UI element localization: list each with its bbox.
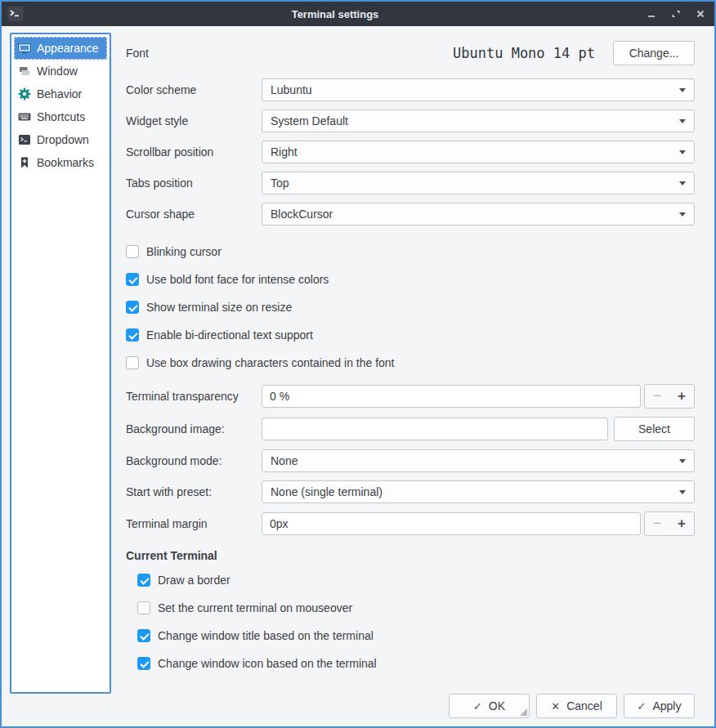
window-panes-icon: [18, 65, 31, 78]
cursor-shape-row: Cursor shape BlockCursor: [126, 203, 695, 226]
checkbox-icon: [137, 601, 150, 614]
sidebar-item-window[interactable]: Window: [14, 60, 107, 83]
background-image-row: Background image: Select: [126, 417, 695, 441]
checkbox-bidirectional-text[interactable]: Enable bi-directional text support: [126, 328, 695, 342]
checkbox-label: Use bold font face for intense colors: [146, 273, 329, 286]
sidebar-item-behavior[interactable]: Behavior: [14, 83, 107, 105]
widget-style-select[interactable]: System Default: [262, 109, 695, 132]
checkbox-label: Blinking cursor: [146, 245, 222, 258]
chevron-down-icon: [679, 119, 686, 123]
checkbox-checked-icon: [126, 301, 139, 314]
sidebar-item-dropdown[interactable]: Dropdown: [14, 128, 107, 151]
checkbox-blinking-cursor[interactable]: Blinking cursor: [126, 245, 695, 258]
start-preset-select[interactable]: None (single terminal): [262, 480, 695, 503]
checkbox-draw-border[interactable]: Draw a border: [137, 574, 695, 587]
sidebar-item-appearance[interactable]: Appearance: [14, 37, 107, 60]
settings-category-list: Appearance Window Behavior Shortcuts: [10, 33, 111, 694]
checkbox-label: Show terminal size on resize: [146, 301, 292, 314]
color-scheme-label: Color scheme: [126, 83, 262, 96]
checkbox-checked-icon: [126, 328, 139, 342]
terminal-transparency-input[interactable]: [262, 385, 641, 408]
sidebar-item-label: Behavior: [37, 87, 82, 100]
font-row: Font Ubuntu Mono 14 pt Change...: [126, 41, 695, 65]
plus-icon[interactable]: +: [678, 388, 686, 404]
default-button-indicator: [520, 708, 527, 716]
appearance-settings-panel: Font Ubuntu Mono 14 pt Change... Color s…: [111, 33, 695, 694]
color-scheme-select[interactable]: Lubuntu: [262, 78, 695, 101]
chevron-down-icon: [679, 459, 686, 463]
combo-value: None: [271, 454, 298, 467]
titlebar: Terminal settings: [2, 2, 714, 26]
checkbox-set-terminal-on-mouseover[interactable]: Set the current terminal on mouseover: [137, 601, 695, 614]
appearance-monitor-icon: [18, 42, 31, 55]
terminal-transparency-label: Terminal transparency: [126, 390, 262, 403]
tabs-position-select[interactable]: Top: [262, 172, 695, 194]
checkbox-label: Change window icon based on the terminal: [158, 657, 377, 670]
sidebar-item-bookmarks[interactable]: Bookmarks: [14, 151, 107, 174]
check-icon: ✓: [473, 700, 482, 712]
ok-button-label: OK: [489, 699, 505, 712]
sidebar-item-shortcuts[interactable]: Shortcuts: [14, 105, 107, 128]
sidebar-item-label: Dropdown: [37, 133, 89, 146]
combo-value: None (single terminal): [271, 485, 383, 498]
checkbox-label: Set the current terminal on mouseover: [158, 601, 352, 614]
close-icon[interactable]: [695, 8, 706, 20]
background-image-input[interactable]: [262, 418, 608, 440]
sidebar-item-label: Bookmarks: [37, 156, 94, 169]
terminal-icon: [18, 133, 31, 146]
terminal-margin-label: Terminal margin: [126, 517, 262, 530]
plus-icon[interactable]: +: [678, 516, 686, 532]
terminal-transparency-row: Terminal transparency − +: [126, 384, 695, 409]
background-mode-select[interactable]: None: [262, 449, 695, 472]
sidebar-item-label: Appearance: [37, 42, 99, 55]
combo-value: Top: [271, 176, 289, 190]
minus-icon[interactable]: −: [653, 388, 661, 404]
combo-value: System Default: [271, 114, 348, 127]
window-title: Terminal settings: [25, 8, 646, 20]
widget-style-label: Widget style: [126, 114, 262, 127]
cancel-button[interactable]: ✕ Cancel: [536, 694, 617, 718]
scrollbar-position-label: Scrollbar position: [126, 145, 262, 159]
font-label: Font: [126, 47, 262, 60]
checkbox-change-window-icon[interactable]: Change window icon based on the terminal: [137, 657, 695, 670]
background-mode-row: Background mode: None: [126, 449, 695, 472]
minimize-icon[interactable]: [646, 8, 657, 20]
checkbox-icon: [126, 356, 139, 369]
terminal-margin-row: Terminal margin − +: [126, 511, 695, 536]
cursor-shape-label: Cursor shape: [126, 208, 262, 221]
tabs-position-label: Tabs position: [126, 176, 262, 190]
checkbox-bold-font-intense-colors[interactable]: Use bold font face for intense colors: [126, 273, 695, 286]
combo-value: Right: [271, 145, 298, 159]
checkbox-icon: [126, 245, 139, 258]
terminal-settings-window: Terminal settings Appearance: [0, 0, 716, 728]
checkbox-label: Change window title based on the termina…: [158, 629, 374, 642]
combo-value: Lubuntu: [271, 83, 312, 96]
minus-icon[interactable]: −: [653, 516, 661, 532]
checkbox-checked-icon: [137, 574, 150, 587]
checkbox-show-terminal-size[interactable]: Show terminal size on resize: [126, 301, 695, 314]
terminal-transparency-stepper: − +: [644, 384, 695, 409]
main-area: Appearance Window Behavior Shortcuts: [2, 26, 714, 694]
change-font-button[interactable]: Change...: [613, 41, 695, 65]
chevron-down-icon: [679, 88, 686, 92]
apply-button[interactable]: ✓ Apply: [624, 694, 695, 718]
window-menu-terminal-icon[interactable]: [7, 5, 25, 23]
cursor-options-group: Blinking cursor Use bold font face for i…: [126, 245, 695, 384]
restore-icon[interactable]: [670, 8, 682, 20]
ok-button[interactable]: ✓ OK: [449, 694, 530, 718]
start-preset-label: Start with preset:: [126, 485, 262, 498]
current-terminal-header: Current Terminal: [126, 549, 695, 562]
checkbox-change-window-title[interactable]: Change window title based on the termina…: [137, 629, 695, 642]
terminal-margin-input[interactable]: [262, 512, 641, 535]
background-image-label: Background image:: [126, 422, 262, 435]
widget-style-row: Widget style System Default: [126, 109, 695, 132]
background-image-select-button[interactable]: Select: [614, 417, 695, 441]
apply-button-label: Apply: [652, 699, 681, 712]
checkbox-box-drawing-characters[interactable]: Use box drawing characters contained in …: [126, 356, 695, 369]
checkbox-label: Enable bi-directional text support: [146, 328, 313, 342]
current-terminal-group: Draw a border Set the current terminal o…: [126, 574, 695, 685]
checkbox-checked-icon: [137, 657, 150, 670]
scrollbar-position-select[interactable]: Right: [262, 141, 695, 163]
cursor-shape-select[interactable]: BlockCursor: [262, 203, 695, 226]
checkbox-checked-icon: [137, 629, 150, 642]
